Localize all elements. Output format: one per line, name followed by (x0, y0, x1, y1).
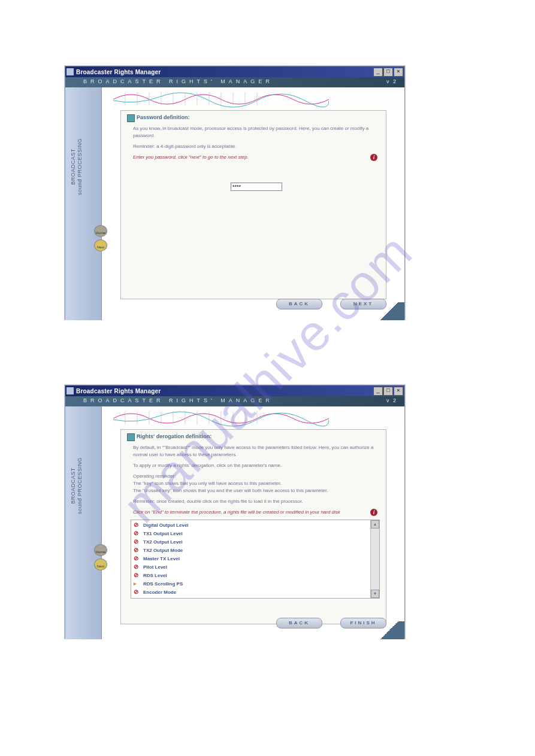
password-input[interactable] (231, 183, 282, 191)
corner-decoration (374, 302, 404, 320)
app-banner: BROADCASTER RIGHTS' MANAGER v 2 (65, 396, 404, 406)
folder-icon (134, 581, 141, 586)
rights-item[interactable]: RDS Scrolling PS (134, 580, 377, 588)
rights-item-label: RDS Level (143, 573, 167, 578)
minimize-button[interactable]: _ (373, 387, 383, 396)
rights-list-container: Digital Output LevelTX1 Output LevelTX2 … (131, 520, 380, 599)
next-side-button[interactable]: Next (94, 558, 107, 570)
info-icon[interactable]: i (370, 154, 377, 161)
rights-item-label: Encoder Mode (143, 590, 176, 595)
window-controls: _ □ × (373, 387, 403, 396)
panel-header: Rights' derogation definition: (127, 432, 380, 442)
rights-item[interactable]: Digital Output Level (134, 521, 377, 530)
banner-text: BROADCASTER RIGHTS' MANAGER (83, 397, 273, 403)
scroll-down-button[interactable]: ▼ (371, 590, 379, 598)
apply-text: To apply or modify a rights' derogation,… (133, 462, 380, 469)
app-banner: BROADCASTER RIGHTS' MANAGER v 2 (65, 77, 404, 87)
intro-text: By default, in ""Broadcast"" mode you on… (133, 444, 380, 459)
crossed-key-icon (134, 522, 141, 527)
home-button[interactable]: Home (94, 225, 107, 237)
app-icon (67, 387, 74, 394)
banner-text: BROADCASTER RIGHTS' MANAGER (83, 78, 273, 84)
crossed-key-icon (134, 539, 141, 544)
sidebar-ghost-text: BROADC (41, 555, 61, 634)
home-button[interactable]: Home (94, 544, 107, 556)
rights-item[interactable]: MPX Guard OnOff & Target (134, 597, 377, 599)
minimize-button[interactable]: _ (373, 68, 383, 77)
nav-buttons: BACK FINISH (276, 618, 386, 629)
window-title: Broadcaster Rights Manager (76, 69, 373, 75)
crossed-key-icon (134, 555, 141, 561)
rights-item-label: MPX Guard OnOff & Target (143, 598, 204, 599)
rights-item[interactable]: Encoder Mode (134, 588, 377, 597)
titlebar[interactable]: Broadcaster Rights Manager _ □ × (65, 66, 404, 77)
rights-list: Digital Output LevelTX1 Output LevelTX2 … (131, 520, 379, 599)
back-button[interactable]: BACK (276, 618, 322, 629)
crossed-key-icon (134, 564, 141, 569)
rights-item-label: RDS Scrolling PS (143, 581, 183, 587)
waveform-graphic (113, 406, 404, 429)
window-controls: _ □ × (373, 68, 403, 77)
crossed-key-icon (134, 597, 141, 599)
rights-item[interactable]: Pilot Level (134, 563, 377, 572)
close-button[interactable]: × (394, 68, 403, 77)
app-window-1: Broadcaster Rights Manager _ □ × BROADCA… (65, 66, 405, 320)
crossed-key-icon (134, 547, 141, 552)
sidebar-ghost-text: BROADC (41, 236, 61, 315)
intro-text: As you know, in broadcast mode, processo… (133, 125, 380, 139)
maximize-button[interactable]: □ (383, 68, 393, 77)
app-window-2: Broadcaster Rights Manager _ □ × BROADCA… (65, 385, 405, 639)
content-panel-rights: Rights' derogation definition: By defaul… (120, 429, 386, 624)
corner-decoration (374, 621, 404, 639)
side-buttons: Home Next (94, 225, 107, 251)
sidebar: BROADCAST sound PROCESSING BROADC (65, 87, 102, 320)
sidebar-vertical-label: BROADCAST sound PROCESSING (70, 457, 83, 514)
maximize-button[interactable]: □ (383, 387, 393, 396)
version-label: v 2 (386, 78, 397, 84)
rights-item[interactable]: TX2 Output Level (134, 538, 377, 546)
side-buttons: Home Next (94, 544, 107, 570)
sidebar: BROADCAST sound PROCESSING BROADC (65, 406, 102, 639)
version-label: v 2 (386, 397, 397, 403)
content-panel-password: Password definition: As you know, in bro… (120, 110, 386, 299)
sidebar-vertical-label: BROADCAST sound PROCESSING (70, 138, 83, 195)
next-side-button[interactable]: Next (94, 239, 107, 251)
reminder-text: Reminder: a 4-digit-password only is acc… (133, 143, 380, 150)
rights-item[interactable]: RDS Level (134, 572, 377, 580)
panel-body: By default, in ""Broadcast"" mode you on… (127, 444, 380, 599)
rights-item-label: Digital Output Level (143, 523, 189, 528)
crossed-key-icon (134, 572, 141, 578)
reminder-text: Reminder: once created, double click on … (133, 498, 380, 505)
password-input-wrap (133, 165, 380, 209)
body-area: BROADCAST sound PROCESSING BROADC Home N… (65, 87, 404, 320)
rights-item[interactable]: TX2 Output Mode (134, 546, 377, 555)
app-icon (67, 68, 74, 75)
waveform-graphic (113, 87, 404, 110)
scrollbar[interactable]: ▲ ▼ (370, 520, 379, 598)
instruction-text: Enter you password, click "next" to go t… (133, 154, 380, 161)
instruction-text: Click on "End" to terminate the procedur… (133, 509, 380, 516)
operating-reminder: Operating reminder: The "key" icon shows… (133, 473, 380, 494)
crossed-key-icon (134, 589, 141, 594)
nav-buttons: BACK NEXT (276, 299, 386, 309)
titlebar[interactable]: Broadcaster Rights Manager _ □ × (65, 385, 404, 396)
crossed-key-icon (134, 530, 141, 536)
rights-item-label: TX2 Output Level (143, 539, 183, 545)
rights-item-label: Pilot Level (143, 564, 167, 570)
window-title: Broadcaster Rights Manager (76, 388, 373, 394)
close-button[interactable]: × (394, 387, 403, 396)
rights-item[interactable]: TX1 Output Level (134, 530, 377, 538)
rights-item-label: Master TX Level (143, 556, 180, 561)
rights-item-label: TX1 Output Level (143, 531, 183, 536)
body-area: BROADCAST sound PROCESSING BROADC Home N… (65, 406, 404, 639)
rights-item-label: TX2 Output Mode (143, 548, 183, 553)
back-button[interactable]: BACK (276, 299, 322, 309)
panel-body: As you know, in broadcast mode, processo… (127, 125, 380, 209)
scroll-up-button[interactable]: ▲ (371, 520, 379, 529)
panel-header: Password definition: (127, 113, 380, 123)
rights-item[interactable]: Master TX Level (134, 555, 377, 563)
info-icon[interactable]: i (370, 509, 377, 516)
